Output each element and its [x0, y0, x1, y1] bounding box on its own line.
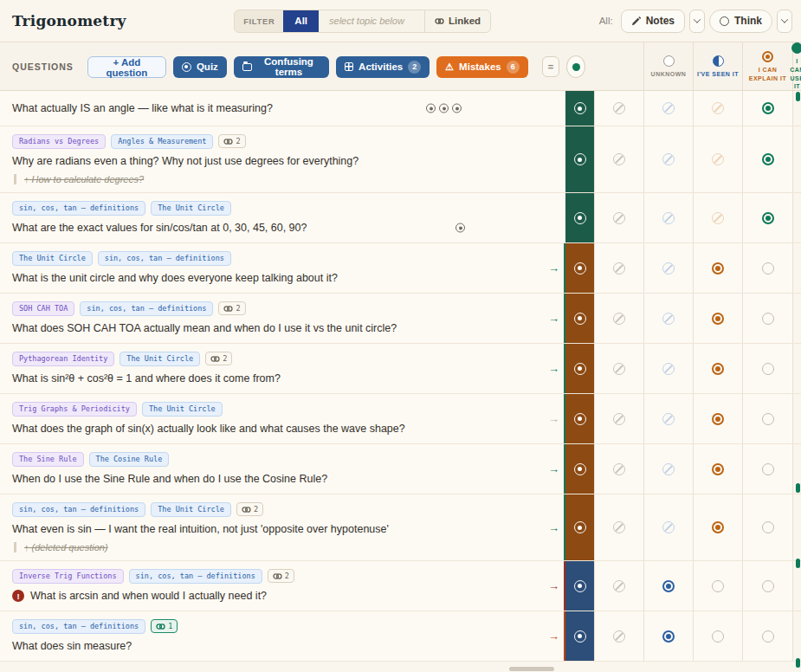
promote-arrow-icon[interactable] [548, 580, 559, 591]
question-text[interactable]: What actually IS an angle — like what is… [12, 101, 273, 115]
status-cell-unknown[interactable] [594, 126, 643, 192]
status-cell-use[interactable] [742, 444, 792, 494]
status-cell-unknown[interactable] [594, 243, 643, 293]
filter-all-button[interactable]: All [283, 10, 319, 33]
status-cell-use[interactable] [742, 193, 792, 242]
linked-count-badge[interactable]: 1 [151, 619, 178, 633]
column-header-explain[interactable]: I CAN EXPLAIN IT [742, 42, 792, 91]
question-text[interactable]: Why are radians even a thing? Why not ju… [12, 154, 359, 168]
linked-count-badge[interactable]: 2 [218, 134, 245, 148]
column-header-unknown[interactable]: UNKNOWN [643, 42, 693, 91]
status-cell-explain[interactable] [693, 294, 742, 343]
status-level-cell[interactable] [565, 91, 594, 126]
filter-linked-button[interactable]: Linked [424, 10, 490, 33]
status-cell-unknown[interactable] [594, 561, 643, 611]
promote-arrow-icon[interactable] [548, 463, 559, 475]
status-cell-seen[interactable] [643, 294, 693, 343]
status-level-cell[interactable] [565, 611, 594, 661]
status-cell-seen[interactable] [643, 561, 693, 611]
status-cell-use[interactable] [742, 243, 792, 293]
status-cell-seen[interactable] [643, 91, 693, 126]
question-text[interactable]: What does sin measure? [12, 639, 132, 653]
promote-arrow-icon[interactable] [548, 363, 559, 374]
column-header-use[interactable]: I CAN USE IT [792, 42, 801, 91]
status-cell-explain[interactable] [693, 394, 742, 443]
status-level-cell[interactable] [565, 193, 594, 242]
status-cell-seen[interactable] [643, 494, 693, 560]
question-text[interactable]: When do I use the Sine Rule and when do … [12, 472, 327, 486]
question-text[interactable]: What is arcsin and when would I actually… [30, 589, 267, 603]
status-cell-explain[interactable] [693, 494, 742, 560]
topic-select-placeholder[interactable]: select topic below [319, 10, 424, 33]
linked-count-badge[interactable]: 2 [236, 502, 263, 516]
question-text[interactable]: What is sin²θ + cos²θ = 1 and where does… [12, 372, 281, 385]
quiz-button[interactable]: Quiz [173, 56, 227, 78]
notes-button[interactable]: Notes [621, 10, 685, 33]
status-cell-explain[interactable] [693, 611, 742, 661]
column-header-seen[interactable]: I'VE SEEN IT [693, 42, 742, 91]
status-cell-explain[interactable] [693, 344, 742, 393]
status-cell-explain[interactable] [693, 444, 742, 494]
status-cell-use[interactable] [742, 611, 792, 661]
status-dot-button[interactable] [566, 55, 585, 78]
topic-tag[interactable]: Trig Graphs & Periodicity [12, 402, 137, 417]
activity-marker-icon[interactable] [439, 104, 449, 113]
sub-question[interactable]: ↑ (deleted question) [14, 542, 522, 552]
question-text[interactable]: What does the graph of sin(x) actually l… [12, 422, 405, 436]
linked-count-badge[interactable]: 2 [205, 352, 232, 365]
promote-arrow-icon[interactable] [548, 630, 559, 642]
question-text[interactable]: What are the exact values for sin/cos/ta… [12, 221, 307, 235]
status-level-cell[interactable] [565, 126, 594, 192]
status-cell-use[interactable] [742, 494, 792, 560]
topic-tag[interactable]: sin, cos, tan — definitions [12, 619, 145, 634]
status-level-cell[interactable] [565, 294, 594, 343]
think-dropdown-button[interactable] [777, 10, 792, 33]
status-cell-use[interactable] [742, 344, 792, 393]
status-cell-seen[interactable] [643, 344, 693, 393]
status-cell-unknown[interactable] [594, 394, 643, 443]
status-cell-seen[interactable] [643, 444, 693, 494]
topic-tag[interactable]: The Unit Circle [120, 352, 200, 366]
add-question-button[interactable]: + Add question [87, 56, 166, 78]
promote-arrow-icon[interactable] [548, 522, 559, 533]
promote-arrow-icon[interactable] [548, 413, 559, 424]
status-level-cell[interactable] [565, 243, 594, 293]
status-cell-use[interactable] [742, 561, 792, 611]
list-options-button[interactable] [542, 56, 559, 77]
topic-tag[interactable]: The Unit Circle [12, 251, 93, 266]
topic-tag[interactable]: sin, cos, tan — definitions [12, 502, 145, 517]
status-cell-unknown[interactable] [594, 193, 643, 242]
status-level-cell[interactable] [565, 344, 594, 393]
status-cell-use[interactable] [742, 294, 792, 343]
promote-arrow-icon[interactable] [548, 313, 559, 324]
topic-tag[interactable]: The Unit Circle [142, 402, 223, 417]
mistakes-button[interactable]: Mistakes 6 [436, 56, 527, 78]
linked-count-badge[interactable]: 2 [268, 569, 294, 583]
topic-tag[interactable]: The Cosine Rule [89, 452, 170, 467]
status-cell-explain[interactable] [693, 243, 742, 293]
status-cell-unknown[interactable] [594, 294, 643, 343]
topic-tag[interactable]: sin, cos, tan — definitions [80, 301, 213, 316]
status-level-cell[interactable] [565, 494, 594, 560]
status-cell-unknown[interactable] [594, 611, 643, 661]
topic-tag[interactable]: Angles & Measurement [111, 134, 213, 149]
status-cell-use[interactable] [742, 126, 792, 192]
question-text[interactable]: What is the unit circle and why does eve… [12, 271, 338, 285]
question-text[interactable]: What even is sin — I want the real intui… [12, 522, 389, 536]
status-level-cell[interactable] [565, 561, 594, 611]
status-cell-unknown[interactable] [594, 494, 643, 560]
status-cell-explain[interactable] [693, 126, 742, 192]
confusing-terms-button[interactable]: Confusing terms [234, 56, 329, 78]
topic-tag[interactable]: sin, cos, tan — definitions [98, 251, 231, 266]
status-cell-unknown[interactable] [594, 444, 643, 494]
status-cell-seen[interactable] [643, 243, 693, 293]
promote-arrow-icon[interactable] [548, 262, 559, 274]
status-cell-seen[interactable] [643, 611, 693, 661]
status-cell-explain[interactable] [693, 193, 742, 242]
topic-tag[interactable]: The Unit Circle [151, 502, 231, 517]
topic-tag[interactable]: sin, cos, tan — definitions [129, 569, 262, 584]
sub-question[interactable]: ↑ How to calculate degrees? [14, 174, 522, 184]
status-level-cell[interactable] [565, 394, 594, 443]
status-cell-use[interactable] [742, 394, 792, 443]
think-button[interactable]: Think [709, 10, 772, 33]
